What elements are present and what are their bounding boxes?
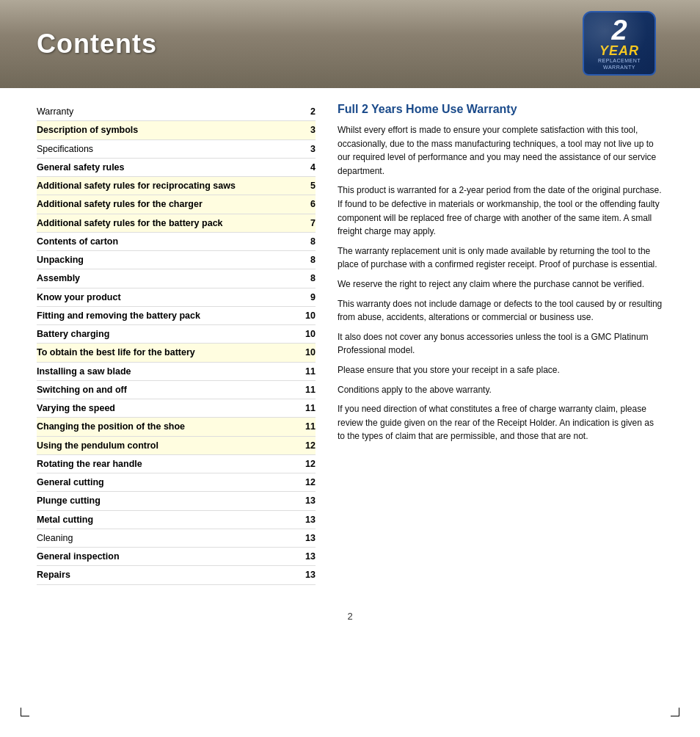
toc-label: Rotating the rear handle <box>37 458 301 470</box>
warranty-paragraph: It also does not cover any bonus accesso… <box>338 330 663 357</box>
corner-mark-bl <box>21 708 29 716</box>
toc-label: Contents of carton <box>37 236 301 247</box>
warranty-badge: 2 YEAR REPLACEMENT WARRANTY <box>583 11 656 77</box>
toc-row: Additional safety rules for the battery … <box>37 214 316 233</box>
toc-label: Battery charging <box>37 328 301 340</box>
toc-page: 10 <box>301 311 316 321</box>
toc-row: Assembly8 <box>37 269 316 288</box>
warranty-paragraph: Conditions apply to the above warranty. <box>338 383 663 397</box>
toc-page: 4 <box>301 162 316 173</box>
header-title: Contents <box>37 29 157 59</box>
toc-row: Cleaning13 <box>37 529 316 548</box>
toc-label: Additional safety rules for reciprocatin… <box>37 180 301 192</box>
toc-label: General safety rules <box>37 161 301 173</box>
toc-row: General cutting12 <box>37 473 316 492</box>
toc-label: Cleaning <box>37 532 301 544</box>
toc-page: 9 <box>301 292 316 302</box>
toc-row: Varying the speed11 <box>37 399 316 418</box>
toc-label: To obtain the best life for the battery <box>37 346 301 358</box>
toc-row: General inspection13 <box>37 548 316 566</box>
badge-outer: 2 YEAR REPLACEMENT WARRANTY <box>583 11 656 76</box>
toc-label: Varying the speed <box>37 402 301 414</box>
toc-row: Fitting and removing the battery pack10 <box>37 307 316 325</box>
warranty-paragraphs: Whilst every effort is made to ensure yo… <box>338 123 663 443</box>
toc-label: Additional safety rules for the battery … <box>37 217 301 229</box>
header-banner: Contents 2 YEAR REPLACEMENT WARRANTY <box>0 0 700 88</box>
warranty-column: Full 2 Years Home Use Warranty Whilst ev… <box>338 103 663 585</box>
toc-row: Installing a saw blade11 <box>37 363 316 381</box>
warranty-paragraph: The warranty replacement unit is only ma… <box>338 244 663 272</box>
toc-label: Plunge cutting <box>37 495 301 507</box>
badge-number: 2 <box>611 16 627 44</box>
toc-label: General cutting <box>37 476 301 488</box>
toc-page: 3 <box>301 144 316 154</box>
toc-page: 13 <box>301 495 316 506</box>
toc-row: Additional safety rules for reciprocatin… <box>37 177 316 195</box>
toc-row: Plunge cutting13 <box>37 492 316 510</box>
toc-label: Metal cutting <box>37 514 301 526</box>
toc-row: Repairs13 <box>37 566 316 584</box>
toc-row: Using the pendulum control12 <box>37 437 316 455</box>
toc-label: Unpacking <box>37 254 301 266</box>
toc-page: 6 <box>301 199 316 209</box>
toc-page: 13 <box>301 533 316 543</box>
footer: 2 <box>0 600 700 633</box>
warranty-paragraph: We reserve the right to reject any claim… <box>338 277 663 291</box>
badge-subtitle: REPLACEMENT WARRANTY <box>584 57 655 70</box>
toc-page: 13 <box>301 515 316 525</box>
toc-page: 3 <box>301 125 316 135</box>
warranty-title: Full 2 Years Home Use Warranty <box>338 103 663 116</box>
page-number: 2 <box>347 611 352 622</box>
toc-label: Warranty <box>37 106 301 117</box>
toc-label: Additional safety rules for the charger <box>37 198 301 210</box>
warranty-paragraph: This product is warranted for a 2-year p… <box>338 184 663 238</box>
toc-page: 11 <box>301 403 316 413</box>
toc-page: 13 <box>301 570 316 580</box>
toc-row: Switching on and off11 <box>37 381 316 399</box>
toc-row: Additional safety rules for the charger6 <box>37 195 316 214</box>
badge-year: YEAR <box>599 44 639 57</box>
toc-page: 13 <box>301 551 316 562</box>
toc-row: Rotating the rear handle12 <box>37 455 316 473</box>
toc-row: Unpacking8 <box>37 251 316 269</box>
toc-page: 5 <box>301 181 316 191</box>
toc-label: Specifications <box>37 143 301 155</box>
toc-page: 8 <box>301 273 316 283</box>
warranty-paragraph: Whilst every effort is made to ensure yo… <box>338 123 663 178</box>
toc-label: Repairs <box>37 569 301 581</box>
toc-row: Contents of carton8 <box>37 233 316 251</box>
toc-label: Fitting and removing the battery pack <box>37 310 301 322</box>
toc-page: 11 <box>301 366 316 377</box>
toc-page: 8 <box>301 255 316 265</box>
toc-page: 12 <box>301 459 316 469</box>
toc-column: Warranty2Description of symbols3Specific… <box>37 103 316 585</box>
toc-page: 10 <box>301 329 316 339</box>
toc-page: 11 <box>301 421 316 432</box>
warranty-paragraph: This warranty does not include damage or… <box>338 297 663 324</box>
toc-row: General safety rules4 <box>37 159 316 177</box>
toc-label: Know your product <box>37 291 301 303</box>
toc-row: Changing the position of the shoe11 <box>37 418 316 436</box>
toc-label: Switching on and off <box>37 384 301 396</box>
toc-page: 12 <box>301 477 316 487</box>
toc-page: 2 <box>301 106 316 117</box>
toc-row: Warranty2 <box>37 103 316 121</box>
corner-mark-br <box>671 708 679 716</box>
toc-page: 8 <box>301 236 316 247</box>
toc-row: Metal cutting13 <box>37 511 316 529</box>
toc-page: 10 <box>301 347 316 357</box>
toc-label: Description of symbols <box>37 124 301 136</box>
warranty-paragraph: If you need direction of what constitute… <box>338 402 663 443</box>
toc-label: Using the pendulum control <box>37 440 301 451</box>
toc-container: Warranty2Description of symbols3Specific… <box>37 103 316 585</box>
toc-row: Description of symbols3 <box>37 121 316 139</box>
toc-page: 7 <box>301 218 316 228</box>
toc-row: Know your product9 <box>37 288 316 307</box>
main-content: Warranty2Description of symbols3Specific… <box>0 88 700 600</box>
toc-label: General inspection <box>37 551 301 562</box>
toc-label: Changing the position of the shoe <box>37 421 301 432</box>
toc-label: Installing a saw blade <box>37 366 301 377</box>
toc-row: To obtain the best life for the battery1… <box>37 344 316 362</box>
toc-row: Battery charging10 <box>37 325 316 344</box>
toc-label: Assembly <box>37 272 301 284</box>
